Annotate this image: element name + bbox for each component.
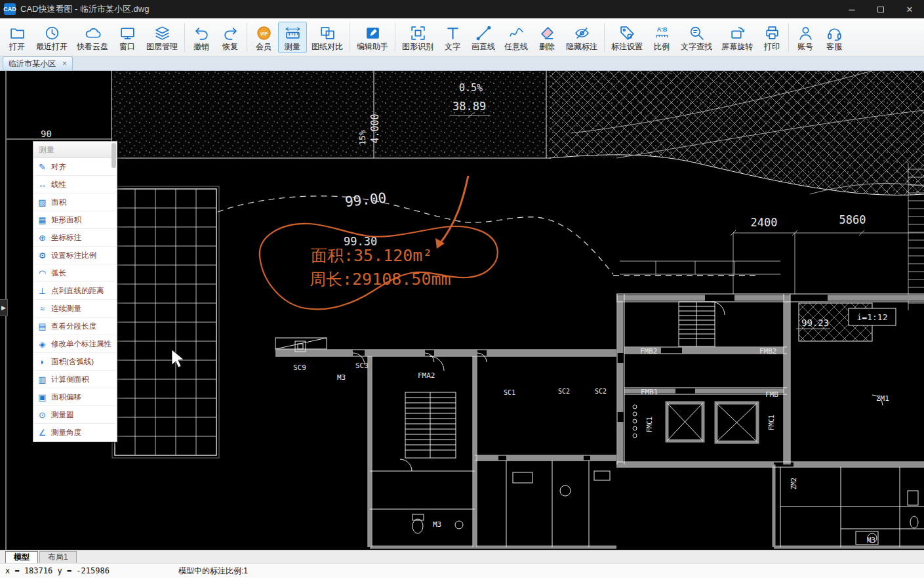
tool-annotation-settings[interactable]: 标注设置 — [607, 22, 647, 53]
tool-layer-manager[interactable]: 图层管理 — [142, 22, 182, 53]
tool-shape-recognition[interactable]: 图形识别 — [397, 22, 438, 53]
tool-drawing-compare[interactable]: 图纸对比 — [307, 22, 348, 53]
cad-text-label: FMC1 — [768, 415, 775, 430]
toolbar-separator — [604, 23, 605, 52]
measure-circle-icon: ⊙ — [37, 410, 47, 420]
measure-item-label: 查看分段长度 — [51, 321, 96, 331]
cad-text-label: 0.5% — [459, 82, 483, 94]
layout-tabbar: 模型 布局1 — [0, 550, 924, 563]
measure-item-side-area[interactable]: ▥计算侧面积 — [33, 371, 117, 388]
tool-redo[interactable]: 恢复 — [216, 22, 245, 53]
coordinate-annotate-icon: ⊕ — [37, 233, 47, 243]
panel-scrollbar-thumb[interactable] — [111, 143, 116, 168]
cad-text-label: SC1 — [504, 389, 515, 396]
measure-panel-title-text: 测量 — [39, 144, 54, 155]
tool-label: 恢复 — [222, 43, 238, 51]
statusbar: x = 183716 y = -215986 模型中的标注比例:1 — [0, 563, 924, 578]
tool-measure[interactable]: 测量 — [278, 22, 307, 53]
tool-label: 文字查找 — [681, 43, 712, 51]
measure-item-label: 面积(含弧线) — [51, 357, 94, 367]
measure-item-area-offset[interactable]: ▣面积偏移 — [33, 388, 117, 406]
tool-label: 测量 — [285, 43, 300, 51]
tool-draw-line[interactable]: 画直线 — [467, 22, 500, 53]
svg-text:VIP: VIP — [260, 30, 268, 36]
tool-window[interactable]: 窗口 — [113, 22, 142, 53]
tool-screen-rotate[interactable]: 屏幕旋转 — [717, 22, 757, 53]
tool-customer-service[interactable]: 客服 — [820, 22, 849, 53]
segment-length-icon: ▤ — [37, 321, 47, 331]
printer-icon — [764, 25, 780, 41]
measure-item-area[interactable]: ▨面积 — [33, 194, 117, 211]
measure-item-linear[interactable]: ↔线性 — [33, 176, 117, 194]
account-icon — [797, 25, 814, 41]
cad-text-label: SC3 — [355, 361, 369, 370]
measure-item-measure-circle[interactable]: ⊙测量圆 — [33, 406, 117, 424]
measure-item-label: 矩形面积 — [51, 215, 81, 225]
tab-layout1[interactable]: 布局1 — [39, 551, 77, 563]
tool-edit-assistant[interactable]: 编辑助手 — [352, 22, 393, 53]
tool-text[interactable]: 文字 — [438, 22, 467, 53]
measure-item-arc-length[interactable]: ◠弧长 — [33, 264, 117, 282]
tool-vip-member[interactable]: VIP 会员 — [249, 22, 278, 53]
tool-label: 快看云盘 — [77, 43, 108, 51]
layers-icon — [154, 25, 171, 41]
tool-recent-open[interactable]: 最近打开 — [31, 22, 72, 53]
tool-print[interactable]: 打印 — [757, 22, 786, 53]
tool-scale[interactable]: A:B 比例 — [647, 22, 676, 53]
measure-item-segment-length[interactable]: ▤查看分段长度 — [33, 318, 117, 335]
annotation-scale-icon: ⚙ — [37, 251, 47, 260]
tool-label: 账号 — [797, 43, 813, 51]
annotation-settings-icon — [619, 25, 635, 41]
toolbar-separator — [350, 23, 350, 52]
close-button[interactable]: ✕ — [895, 0, 924, 18]
tool-text-search[interactable]: 文字查找 — [676, 22, 717, 53]
toolbar-separator — [184, 23, 185, 52]
tab-model[interactable]: 模型 — [5, 551, 38, 563]
cad-canvas[interactable]: 0.5% 38.89 4.000 15% 99.00 99.30 2400 58… — [0, 71, 924, 550]
tool-delete[interactable]: 删除 — [532, 22, 561, 53]
arc-length-icon: ◠ — [37, 268, 47, 278]
cad-text-label: 99.23 — [801, 318, 829, 328]
measure-item-area-with-arc[interactable]: ◗面积(含弧线) — [33, 353, 117, 371]
measure-item-align[interactable]: ✎对齐 — [33, 158, 117, 176]
cad-text-label: FMB1 — [641, 388, 658, 396]
sidebar-expander[interactable]: ▶ — [0, 299, 8, 316]
cad-text-label: FMA2 — [418, 371, 435, 380]
tool-label: 任意线 — [504, 43, 528, 51]
document-tabbar: 临沂市某小区 × — [0, 56, 924, 71]
tool-label: 标注设置 — [611, 43, 643, 51]
draw-line-icon — [475, 25, 492, 41]
edit-assistant-icon — [365, 25, 381, 41]
cad-text-label: 5860 — [839, 213, 866, 226]
minimize-button[interactable]: ─ — [837, 0, 866, 18]
measure-item-modify-annotation[interactable]: ◈修改单个标注属性 — [33, 335, 117, 353]
measure-item-point-to-line[interactable]: ⊥点到直线的距离 — [33, 282, 117, 300]
measure-item-continuous[interactable]: ≈连续测量 — [33, 300, 117, 318]
measure-item-annotation-scale[interactable]: ⚙设置标注比例 — [33, 247, 117, 264]
linear-measure-icon: ↔ — [37, 180, 47, 190]
tab-close-icon[interactable]: × — [62, 59, 67, 68]
measure-item-rect-area[interactable]: ▦矩形面积 — [33, 211, 117, 229]
cad-text-label: SC2 — [558, 388, 570, 395]
tool-free-line[interactable]: 任意线 — [500, 22, 532, 53]
maximize-button[interactable] — [866, 0, 895, 18]
measure-panel-title[interactable]: 测量 — [33, 142, 117, 158]
tool-label: 窗口 — [119, 43, 135, 51]
tool-undo[interactable]: 撤销 — [187, 22, 216, 53]
toolbar-separator — [247, 23, 247, 52]
tool-open[interactable]: 打开 — [3, 22, 31, 53]
tool-label: 编辑助手 — [357, 43, 388, 51]
measure-item-coordinate[interactable]: ⊕坐标标注 — [33, 229, 117, 247]
cad-text-label: FMC1 — [646, 417, 653, 432]
tool-cloud-drive[interactable]: 快看云盘 — [72, 22, 113, 53]
measure-item-label: 连续测量 — [51, 304, 81, 314]
measure-item-label: 计算侧面积 — [51, 375, 89, 384]
document-tab[interactable]: 临沂市某小区 × — [3, 56, 73, 70]
tool-hide-annotation[interactable]: 隐藏标注 — [561, 22, 602, 53]
tool-label: 文字 — [445, 43, 460, 51]
measure-item-measure-angle[interactable]: ∠测量角度 — [33, 424, 117, 442]
tool-account[interactable]: 账号 — [791, 22, 820, 53]
app-logo-icon: CAD — [4, 3, 16, 15]
eraser-icon — [539, 25, 555, 41]
cad-text-label: FMB2 — [640, 347, 658, 356]
